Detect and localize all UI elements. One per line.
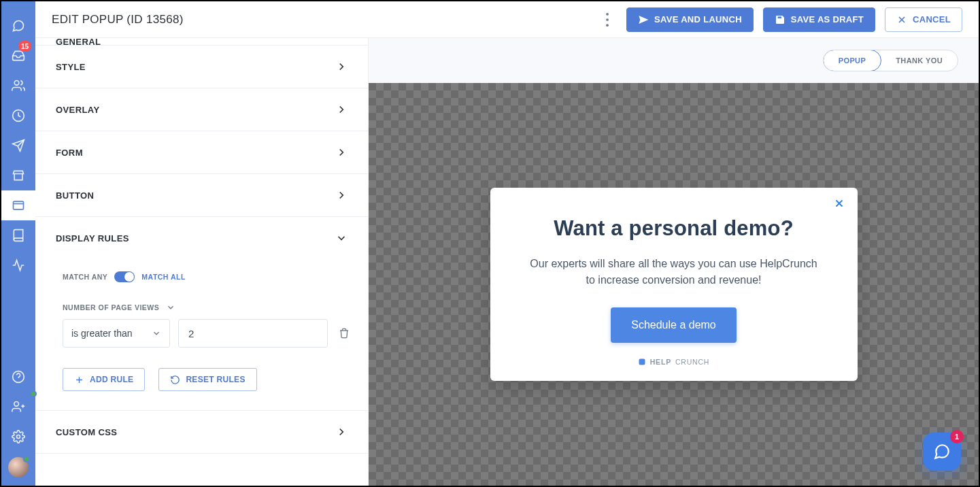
section-form: FORM (35, 131, 368, 174)
chevron-right-icon (335, 61, 348, 73)
tab-thankyou[interactable]: THANK YOU (881, 50, 958, 71)
section-style: STYLE (35, 46, 368, 88)
reset-rules-button[interactable]: RESET RULES (158, 368, 256, 391)
svg-rect-9 (639, 359, 645, 365)
preview-canvas: Want a personal demo? Our experts will s… (369, 83, 979, 486)
chevron-down-icon (152, 329, 161, 338)
main: EDIT POPUP (ID 13568) SAVE AND LAUNCH SA… (35, 1, 979, 486)
help-icon[interactable] (1, 362, 35, 392)
settings-icon[interactable] (1, 422, 35, 452)
clock-icon[interactable] (1, 101, 35, 131)
section-display-rules: DISPLAY RULES MATCH ANY MATCH ALL NUMBER… (35, 217, 368, 411)
chevron-right-icon (335, 103, 348, 116)
tab-popup[interactable]: POPUP (823, 50, 882, 71)
section-button: BUTTON (35, 174, 368, 217)
section-style-label: STYLE (56, 62, 86, 72)
header: EDIT POPUP (ID 13568) SAVE AND LAUNCH SA… (35, 1, 979, 38)
section-style-header[interactable]: STYLE (35, 46, 368, 88)
section-button-label: BUTTON (56, 190, 94, 201)
rule-field-label: NUMBER OF PAGE VIEWS (63, 303, 159, 312)
section-custom-css: CUSTOM CSS (35, 411, 368, 454)
save-as-draft-label: SAVE AS DRAFT (791, 14, 864, 24)
sidebar-bottom: 1 (1, 362, 35, 486)
operator-value: is greater than (71, 328, 133, 339)
docs-icon[interactable] (1, 220, 35, 250)
chevron-right-icon (335, 146, 348, 158)
more-menu-icon[interactable] (598, 10, 617, 29)
svg-point-8 (606, 24, 609, 27)
rule-value-input[interactable] (178, 319, 328, 348)
section-form-label: FORM (56, 148, 83, 158)
section-display-rules-label: DISPLAY RULES (56, 233, 129, 244)
cancel-button[interactable]: CANCEL (885, 7, 962, 32)
preview-toolbar: POPUP THANK YOU (369, 38, 979, 83)
match-toggle[interactable] (114, 271, 135, 282)
save-and-launch-label: SAVE AND LAUNCH (654, 14, 742, 24)
inbox-badge: 15 (18, 41, 31, 52)
section-button-header[interactable]: BUTTON (35, 174, 368, 216)
chat-icon[interactable] (1, 11, 35, 41)
popup-brand: HELPCRUNCH (527, 358, 821, 366)
section-general: GENERAL (35, 38, 368, 46)
user-add-icon[interactable]: 1 (1, 392, 35, 422)
section-overlay-header[interactable]: OVERLAY (35, 88, 368, 131)
chevron-right-icon (335, 426, 348, 438)
user-add-badge: 1 (30, 390, 37, 397)
popup-preview: Want a personal demo? Our experts will s… (490, 188, 858, 381)
save-and-launch-button[interactable]: SAVE AND LAUNCH (626, 7, 754, 32)
send-icon[interactable] (1, 131, 35, 161)
chat-badge: 1 (950, 430, 964, 443)
section-overlay: OVERLAY (35, 88, 368, 131)
delete-rule-icon[interactable] (339, 326, 350, 340)
avatar[interactable] (8, 457, 29, 477)
svg-rect-2 (14, 201, 24, 209)
add-rule-button[interactable]: ADD RULE (63, 368, 145, 391)
svg-point-4 (14, 402, 19, 407)
preview-segment: POPUP THANK YOU (823, 50, 958, 71)
rule-field-label-row[interactable]: NUMBER OF PAGE VIEWS (63, 303, 348, 312)
reset-rules-label: RESET RULES (186, 375, 245, 384)
chevron-down-icon (335, 232, 348, 244)
svg-point-6 (606, 12, 609, 15)
match-any-label: MATCH ANY (63, 273, 107, 281)
svg-point-0 (14, 81, 19, 86)
save-as-draft-button[interactable]: SAVE AS DRAFT (763, 7, 875, 32)
section-general-header[interactable]: GENERAL (35, 38, 368, 45)
brand-rest: CRUNCH (675, 358, 709, 366)
section-custom-css-header[interactable]: CUSTOM CSS (35, 411, 368, 453)
page-title: EDIT POPUP (ID 13568) (52, 13, 184, 27)
inbox-icon[interactable]: 15 (1, 41, 35, 71)
add-rule-label: ADD RULE (90, 375, 133, 384)
settings-panel: GENERAL STYLE OVERLAY FORM (35, 38, 369, 486)
preview-area: POPUP THANK YOU Want a personal demo? Ou… (369, 38, 979, 486)
activity-icon[interactable] (1, 250, 35, 280)
brand-bold: HELP (650, 358, 671, 366)
chevron-down-icon (166, 303, 175, 312)
left-sidebar: 15 1 (1, 1, 35, 486)
section-custom-css-label: CUSTOM CSS (56, 427, 117, 437)
chat-widget[interactable]: 1 (923, 433, 961, 471)
popup-nav-icon[interactable] (1, 190, 35, 220)
people-icon[interactable] (1, 71, 35, 101)
section-display-rules-header[interactable]: DISPLAY RULES (35, 217, 368, 259)
store-icon[interactable] (1, 161, 35, 190)
popup-text: Our experts will share all the ways you … (527, 256, 821, 288)
svg-point-7 (606, 18, 609, 21)
match-toggle-row: MATCH ANY MATCH ALL (63, 271, 348, 282)
popup-cta-button[interactable]: Schedule a demo (611, 307, 737, 343)
popup-title: Want a personal demo? (527, 216, 821, 241)
rule-row: is greater than (63, 319, 348, 348)
section-general-label: GENERAL (56, 38, 101, 45)
rule-actions: ADD RULE RESET RULES (63, 368, 348, 391)
svg-point-5 (17, 435, 20, 439)
status-dot (23, 456, 30, 463)
match-all-label: MATCH ALL (141, 273, 186, 281)
section-overlay-label: OVERLAY (56, 105, 99, 115)
cancel-label: CANCEL (913, 14, 951, 24)
popup-close-icon[interactable] (833, 197, 845, 212)
operator-select[interactable]: is greater than (63, 319, 170, 348)
content: GENERAL STYLE OVERLAY FORM (35, 38, 979, 486)
chevron-right-icon (335, 189, 348, 201)
section-form-header[interactable]: FORM (35, 131, 368, 173)
display-rules-body: MATCH ANY MATCH ALL NUMBER OF PAGE VIEWS… (35, 259, 368, 410)
